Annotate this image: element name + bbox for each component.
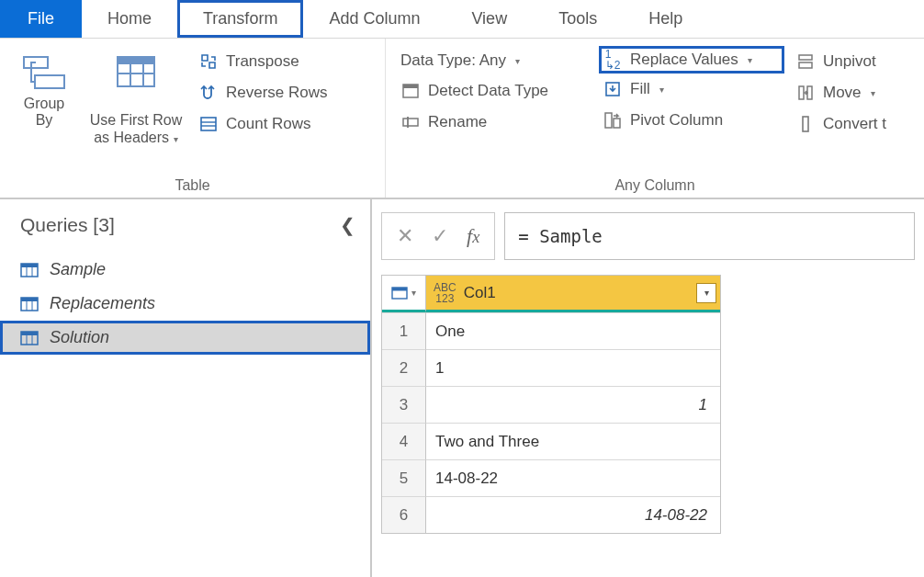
cell[interactable]: 14-08-22 (426, 496, 720, 533)
ribbon-group-anycol-label: Any Column (393, 175, 917, 194)
fill-button[interactable]: Fill▾ (599, 74, 784, 105)
tab-view[interactable]: View (445, 0, 533, 38)
tab-transform[interactable]: Transform (177, 0, 303, 38)
formula-input[interactable]: = Sample (504, 212, 915, 260)
convert-button[interactable]: Convert t (792, 108, 904, 140)
detect-data-type-button[interactable]: Detect Data Type (397, 75, 592, 107)
convert-icon (795, 114, 816, 134)
svg-rect-1 (35, 75, 64, 88)
column-filter-button[interactable]: ▾ (696, 283, 716, 303)
fill-icon (603, 79, 623, 99)
cancel-formula-button[interactable]: ✕ (397, 224, 413, 248)
svg-rect-35 (392, 288, 407, 291)
cell[interactable]: 14-08-22 (426, 459, 720, 496)
query-item-replacements[interactable]: Replacements (0, 287, 370, 321)
grid-corner-menu[interactable]: ▾ (382, 276, 426, 312)
tab-add-column[interactable]: Add Column (303, 0, 445, 38)
cell[interactable]: 1 (426, 386, 720, 423)
move-icon (795, 83, 816, 103)
rename-button[interactable]: Rename (397, 107, 592, 138)
cell[interactable]: 1 (426, 349, 720, 386)
queries-pane: Queries [3] ❮ Sample Replacements Soluti… (0, 199, 372, 577)
detect-label: Detect Data Type (428, 82, 548, 100)
chevron-down-icon: ▾ (515, 56, 520, 66)
unpivot-columns-button[interactable]: Unpivot (792, 46, 904, 77)
fill-label: Fill (630, 80, 650, 98)
svg-rect-17 (799, 55, 812, 60)
rename-icon (400, 112, 421, 132)
svg-rect-27 (21, 298, 38, 301)
move-button[interactable]: Move▾ (792, 77, 904, 108)
cell[interactable]: Two and Three (426, 423, 720, 459)
svg-rect-3 (118, 57, 154, 64)
convert-label: Convert t (823, 115, 886, 133)
tab-file[interactable]: File (0, 0, 82, 38)
pivot-label: Pivot Column (630, 111, 723, 130)
data-preview-grid: ▾ ABC123 Col1 ▾ 1 One 2 1 3 1 (381, 275, 721, 534)
chevron-down-icon: ▾ (171, 134, 178, 144)
table-row[interactable]: 4 Two and Three (382, 423, 720, 459)
reverse-rows-icon (198, 83, 219, 103)
group-by-icon (22, 48, 66, 96)
tab-tools[interactable]: Tools (533, 0, 623, 38)
use-first-row-as-headers-button[interactable]: Use First Row as Headers ▾ (81, 44, 191, 150)
chevron-down-icon: ▾ (748, 55, 752, 65)
table-row[interactable]: 1 One (382, 312, 720, 349)
table-icon (20, 297, 39, 311)
formula-actions: ✕ ✓ fx (381, 212, 495, 260)
data-type-dropdown[interactable]: Data Type: Any▾ (397, 46, 592, 75)
tab-home[interactable]: Home (82, 0, 177, 38)
query-item-sample[interactable]: Sample (0, 253, 370, 287)
replace-values-label: Replace Values (630, 51, 738, 69)
svg-rect-11 (403, 85, 418, 88)
query-label: Replacements (50, 294, 155, 313)
svg-rect-18 (799, 62, 812, 68)
menu-tabstrip: File Home Transform Add Column View Tool… (0, 0, 924, 39)
svg-rect-16 (614, 119, 620, 128)
table-row[interactable]: 6 14-08-22 (382, 496, 720, 533)
unpivot-label: Unpivot (823, 52, 876, 71)
queries-header: Queries [3] ❮ (0, 209, 370, 253)
table-icon (20, 263, 39, 277)
query-label: Solution (50, 328, 109, 347)
group-by-button[interactable]: Group By (7, 44, 81, 133)
body: Queries [3] ❮ Sample Replacements Soluti… (0, 199, 924, 577)
transpose-button[interactable]: Transpose (195, 46, 332, 77)
any-type-icon: ABC123 (434, 282, 456, 304)
tab-help[interactable]: Help (623, 0, 708, 38)
cell[interactable]: One (426, 312, 720, 349)
count-rows-button[interactable]: Count Rows (195, 108, 332, 140)
column-header-col1[interactable]: ABC123 Col1 ▾ (426, 276, 720, 312)
rename-label: Rename (428, 113, 487, 131)
table-row[interactable]: 5 14-08-22 (382, 459, 720, 496)
unpivot-icon (795, 51, 816, 72)
query-item-solution[interactable]: Solution (0, 321, 370, 355)
formula-bar-row: ✕ ✓ fx = Sample (381, 212, 915, 260)
move-label: Move (823, 84, 862, 102)
svg-rect-19 (799, 86, 804, 99)
table-icon (20, 331, 39, 345)
use-first-row-label: Use First Row as Headers ▾ (90, 96, 182, 146)
transpose-icon (198, 51, 219, 72)
accept-formula-button[interactable]: ✓ (432, 224, 448, 248)
count-rows-label: Count Rows (226, 115, 311, 133)
content-pane: ✕ ✓ fx = Sample ▾ ABC123 Col1 ▾ 1 O (372, 199, 924, 577)
table-icon (391, 287, 408, 300)
svg-rect-23 (21, 264, 38, 267)
reverse-rows-button[interactable]: Reverse Rows (195, 77, 332, 108)
reverse-rows-label: Reverse Rows (226, 84, 328, 102)
replace-values-button[interactable]: 1↳2 Replace Values▾ (599, 46, 784, 74)
data-type-label: Data Type: Any (400, 51, 506, 70)
row-number: 3 (382, 386, 426, 423)
pivot-column-button[interactable]: Pivot Column (599, 105, 784, 136)
svg-rect-21 (803, 117, 808, 131)
table-row[interactable]: 2 1 (382, 349, 720, 386)
table-row[interactable]: 3 1 (382, 386, 720, 423)
collapse-queries-button[interactable]: ❮ (340, 214, 355, 236)
ribbon-group-table: Group By Use First Row as Headers ▾ (0, 39, 386, 198)
queries-title: Queries [3] (20, 214, 115, 236)
row-number: 5 (382, 459, 426, 496)
pivot-icon (603, 110, 623, 130)
chevron-down-icon: ▾ (411, 288, 416, 298)
row-number: 2 (382, 349, 426, 386)
